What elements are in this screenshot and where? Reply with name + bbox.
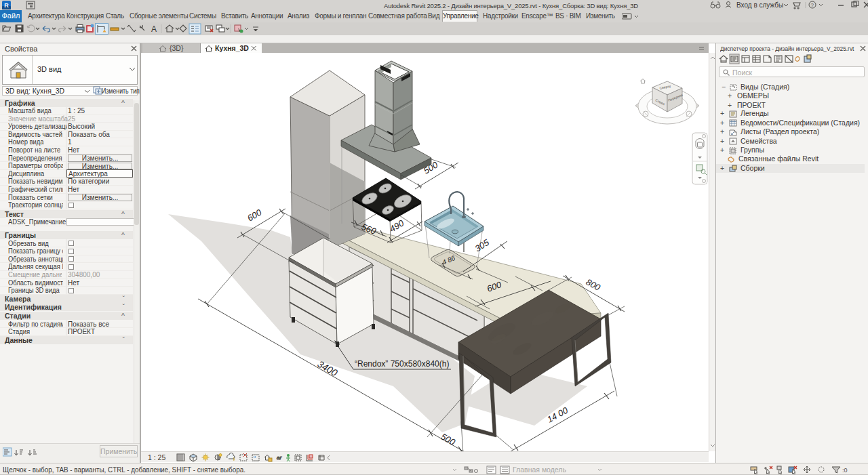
svg-text:Главная модель: Главная модель [513,466,566,474]
svg-text:800: 800 [585,276,603,293]
svg-text:500: 500 [439,432,458,448]
svg-text:?: ? [811,2,814,8]
svg-text:A: A [151,24,157,34]
svg-text:Вход в службы: Вход в службы [736,1,783,9]
svg-text:“Rendox” 750x580x840(h): “Rendox” 750x580x840(h) [355,359,449,369]
svg-text::0: :0 [842,467,848,474]
svg-text:R: R [4,2,9,9]
svg-text:ar: ar [277,455,281,461]
svg-text:305: 305 [473,237,491,254]
svg-text:600: 600 [245,207,264,223]
